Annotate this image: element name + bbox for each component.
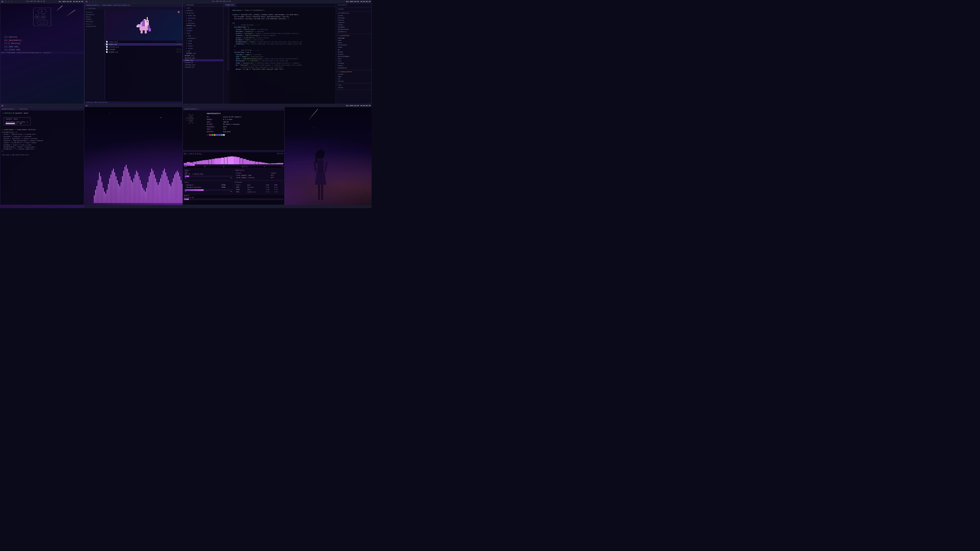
tree-install-sh[interactable]: install.sh [183, 66, 223, 68]
tag-r2[interactable]: 2 [89, 1, 91, 3]
outline-name-item[interactable]: name [337, 39, 370, 41]
tree-wm[interactable]: ▸ wm [183, 50, 223, 52]
tree-pkgs[interactable]: ▸ pkgs [183, 42, 223, 44]
vis-bar-19 [118, 184, 119, 203]
editor-tab-flake[interactable]: flake.nix [224, 3, 236, 6]
qb-link-history[interactable]: [S h] [History] [4, 42, 80, 45]
fm-file-readme[interactable]: 📄 README.org 40.2 K [105, 51, 182, 53]
fm-item-videos[interactable]: Videos [84, 18, 105, 21]
tag-r1[interactable]: 1 [85, 1, 88, 3]
fm-item-octave[interactable]: octave-work [84, 25, 105, 27]
outline-browser-item[interactable]: browser [337, 53, 370, 56]
tree-flake-nix[interactable]: flake.nix [183, 59, 223, 62]
tree-worklab[interactable]: ▸ worklab [183, 22, 223, 24]
qb-link-close[interactable]: [x] [Close tab] [4, 48, 80, 52]
outline-np-system[interactable]: system [337, 73, 370, 76]
outline-dotfilesdir-item[interactable]: dotfilesDir [337, 44, 370, 46]
qb-link-quickmarks[interactable]: [b] [Quickmarks] [4, 39, 80, 42]
sysmon-cpu-stats: 100% 0% 11 AVG: 13 0 8 [184, 166, 283, 168]
tree-system[interactable]: ▸ system [183, 27, 223, 29]
outline-roam-item[interactable]: defaultRoamDir [337, 56, 370, 58]
vis-bar-8 [104, 192, 105, 203]
outline-font-item[interactable]: font [337, 60, 370, 62]
tree-desktop-png[interactable]: desktop.png [183, 57, 223, 59]
tree-readme-profiles[interactable]: README.org [183, 24, 223, 27]
tag-r3[interactable]: 3 [92, 1, 94, 3]
fm-item-music[interactable]: Music [84, 16, 105, 18]
outline-user-settings: ▾ ⬡ userSettings username name email dot… [336, 34, 371, 70]
tree-personal[interactable]: ▸ personal [183, 17, 223, 19]
tag-4[interactable]: 4 [11, 1, 13, 3]
tree-profiles[interactable]: ▾ profiles [183, 12, 223, 14]
outline-np-src[interactable]: src [337, 78, 370, 80]
sysmon-disk-fill [185, 189, 204, 191]
outline-bootmode-item[interactable]: bootMode [337, 26, 370, 28]
tag-m2[interactable]: 2 [5, 105, 6, 106]
code-editor[interactable]: description = "Flake of LibrePhoenix"; o… [230, 7, 336, 104]
tag-3[interactable]: 3 [7, 1, 10, 3]
tree-shell[interactable]: ▸ shell [183, 44, 223, 47]
outline-wm-item[interactable]: wm [337, 48, 370, 51]
outline-bootmount-item[interactable]: bootMountPath [337, 28, 370, 30]
sysmon-disk-bar [185, 189, 232, 191]
outline-theme-item[interactable]: theme [337, 46, 370, 48]
tree-lang[interactable]: ▸ lang [183, 40, 223, 42]
outline-spawn-item[interactable]: spawnEditor [337, 67, 370, 69]
sysmon-grid-row1: Memory 100% RAM: 9% 5.7618/62.2018 0% 0%… [184, 168, 283, 180]
vis-bar-5 [100, 176, 101, 203]
outline-np-name[interactable]: name [337, 76, 370, 78]
outline-hostname-item[interactable]: hostname [337, 17, 370, 19]
outline-timezone-item[interactable]: timezone [337, 21, 370, 24]
proc-header: PID(s) Name CPU% MEM% [235, 184, 282, 186]
outline-fontpkg-item[interactable]: fontPkg [337, 62, 370, 65]
outline-term-item[interactable]: term [337, 58, 370, 60]
vis-bar-44 [150, 172, 151, 203]
editor-window: ▾ .dotfiles ▸ .git ▸ patches ▾ profiles … [183, 3, 372, 104]
terminal-content[interactable]: ~/.dotfiles $ rapidash -galar ╭─────────… [0, 110, 84, 158]
sysmon-disks-box: Disks /dev/dm-0 / 564GB /dev/dm-0 /nix/s… [184, 181, 233, 194]
tag-mr1[interactable]: 1 [85, 105, 88, 106]
tree-user[interactable]: ▾ user [183, 32, 223, 35]
outline-system-item[interactable]: system [337, 14, 370, 17]
outline-wmtype-item[interactable]: wmType [337, 51, 370, 53]
tree-hardware[interactable]: ▸ hardware [183, 37, 223, 40]
tree-themes[interactable]: ▸ themes [183, 29, 223, 32]
outline-np-patches[interactable]: patches [337, 80, 370, 83]
tag-mr2[interactable]: 2 [89, 105, 91, 106]
sysmon-cpu-header: CPU - 1.53 1.14 0.78 ▁ CPU line [184, 153, 283, 155]
tree-app[interactable]: ▸ app [183, 35, 223, 37]
outline-username-item[interactable]: username [337, 37, 370, 39]
tag-2[interactable]: 2 [5, 1, 6, 3]
outline-profile-item[interactable]: profile [337, 19, 370, 21]
statusbar-right-time: Sat 2024-03-09 [346, 1, 359, 3]
outline-editor-item[interactable]: editor [337, 65, 370, 67]
outline-grub-item[interactable]: grubDevice [337, 30, 370, 33]
vis-bar-45 [151, 168, 152, 203]
vis-bar-34 [137, 172, 138, 203]
tree-readme-root[interactable]: README.org [183, 55, 223, 57]
fm-file-license[interactable]: 📄 LICENSE 34.2 K [105, 48, 182, 51]
tree-git[interactable]: ▸ .git [183, 6, 223, 9]
qb-link-search[interactable]: [o] [Search] [4, 35, 80, 39]
tag-r4[interactable]: 4 [95, 1, 97, 3]
fm-file-install-org[interactable]: 📄 install.org [105, 46, 182, 48]
tree-work[interactable]: ▸ work [183, 19, 223, 22]
outline-email-item[interactable]: email [337, 41, 370, 44]
tree-style[interactable]: ▸ style [183, 47, 223, 50]
tree-harden[interactable]: harden.sh [183, 62, 223, 64]
tree-install-org[interactable]: install.org [183, 64, 223, 66]
outline-pkgs-system[interactable]: system [337, 86, 370, 89]
tag-m1[interactable]: 1 [1, 105, 3, 106]
fm-file-flake-lock[interactable]: 📄 flake.lock 27.5 K [105, 41, 182, 43]
tree-homelab[interactable]: ▸ home lab [183, 14, 223, 17]
fm-item-documents[interactable]: Documents [84, 14, 105, 16]
qb-link-newtab[interactable]: [t] [New tab] [4, 45, 80, 48]
tree-patches[interactable]: ▸ patches [183, 9, 223, 12]
outline-locale-item[interactable]: locale [337, 24, 370, 26]
outline-nixpkgs: ▾ ⬡ nixpkgs-patched system name src patc… [336, 70, 371, 83]
tag-1[interactable]: 1 [1, 1, 3, 3]
svg-rect-16 [315, 153, 318, 163]
fm-file-flake-nix[interactable]: 📄 flake.nix 2.26 K [105, 43, 182, 46]
fm-item-pictures[interactable]: Pictures [84, 21, 105, 23]
tree-readme-user[interactable]: README.org [183, 52, 223, 55]
